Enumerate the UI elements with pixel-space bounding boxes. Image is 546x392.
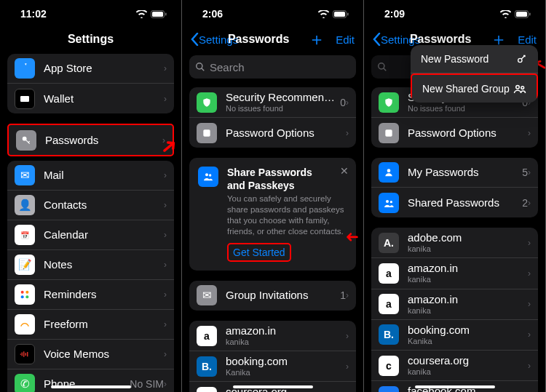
edit-button[interactable]: Edit [336, 33, 355, 46]
search-placeholder: Search [210, 61, 245, 73]
row-phone[interactable]: ✆ Phone No SIM › [7, 369, 174, 392]
wifi-icon [318, 10, 329, 18]
row-shared-passwords[interactable]: Shared Passwords 2 › [371, 188, 538, 217]
menu-label: New Password [421, 53, 488, 65]
row-mail[interactable]: ✉︎ Mail › [7, 161, 174, 191]
status-time: 11:02 [20, 8, 47, 20]
site-icon: a [197, 326, 217, 346]
row-label: Notes [44, 258, 164, 271]
site-icon: c [197, 387, 217, 392]
row-contacts[interactable]: 👤 Contacts › [7, 191, 174, 220]
people-icon [198, 167, 218, 187]
menu-new-password[interactable]: New Password [411, 45, 538, 73]
row-password-options[interactable]: Password Options › [189, 118, 356, 148]
menu-new-shared-group[interactable]: New Shared Group [411, 73, 538, 103]
options-icon [197, 123, 217, 143]
row-security-recs[interactable]: Security Recommendations No issues found… [189, 87, 356, 118]
chevron-icon: › [528, 361, 531, 371]
red-arrow: ➜ [346, 228, 359, 247]
search-icon [195, 62, 205, 72]
voicememos-icon [15, 344, 35, 364]
svg-rect-20 [529, 12, 531, 15]
wallet-icon [15, 89, 35, 109]
svg-point-16 [205, 174, 208, 177]
svg-rect-2 [165, 12, 167, 15]
row-wallet[interactable]: Wallet › [7, 84, 174, 113]
notes-icon: 📝 [15, 255, 35, 275]
row-label: Passwords [45, 134, 162, 147]
row-calendar[interactable]: 📅 Calendar › [7, 220, 174, 250]
row-password-options[interactable]: Password Options › [371, 118, 538, 148]
chevron-icon: › [528, 268, 531, 279]
search-icon [377, 62, 387, 72]
row-group-invitations[interactable]: ✉︎ Group Invitations 1 › [189, 281, 356, 311]
row-label: Phone [44, 377, 125, 391]
row-sublabel: No issues found [408, 104, 518, 113]
site-domain: amazon.in [226, 324, 346, 337]
chevron-icon: › [164, 230, 167, 240]
account-row[interactable]: a amazon.in kanika › [371, 289, 538, 320]
home-indicator[interactable] [51, 385, 131, 388]
site-user: kanika [408, 367, 528, 377]
row-count: 5 [522, 167, 528, 178]
site-domain: amazon.in [408, 262, 528, 275]
edit-button[interactable]: Edit [518, 33, 537, 46]
row-passwords[interactable]: Passwords › [9, 125, 173, 155]
contacts-icon: 👤 [15, 195, 35, 215]
row-app-store[interactable]: App Store › [7, 54, 174, 84]
row-freeform[interactable]: Freeform › [7, 310, 174, 340]
status-bar: 2:09 [364, 0, 545, 28]
svg-rect-12 [334, 12, 345, 17]
svg-point-5 [21, 291, 24, 294]
row-trail: No SIM [130, 378, 164, 390]
site-user: kanika [226, 337, 346, 347]
svg-rect-15 [203, 129, 210, 136]
site-icon: c [379, 356, 399, 376]
row-my-passwords[interactable]: My Passwords 5 › [371, 158, 538, 188]
row-label: Reminders [44, 288, 164, 301]
status-bar: 11:02 [0, 0, 181, 28]
svg-point-17 [209, 175, 211, 177]
row-count: 1 [340, 289, 346, 301]
get-started-link[interactable]: Get Started [227, 243, 291, 262]
nav-bar: Settings Passwords ＋ Edit [182, 28, 363, 51]
site-icon: B. [379, 324, 399, 345]
promo-desc: You can safely and securely share passwo… [227, 193, 347, 237]
chevron-icon: › [528, 198, 531, 208]
row-label: Security Recommendations [226, 91, 336, 104]
chevron-icon: › [164, 200, 167, 210]
chevron-left-icon [191, 33, 199, 46]
home-indicator[interactable] [415, 385, 495, 388]
nav-title: Passwords [209, 33, 308, 46]
account-row[interactable]: B. booking.com Kanika › [371, 320, 538, 351]
row-voice-memos[interactable]: Voice Memos › [7, 340, 174, 369]
chevron-icon: › [164, 94, 167, 104]
shield-check-icon [379, 92, 399, 113]
account-row[interactable]: a amazon.in kanika › [371, 258, 538, 289]
account-row[interactable]: a amazon.in kanika › [189, 321, 356, 351]
wifi-icon [500, 10, 511, 18]
svg-point-22 [518, 58, 522, 62]
row-label: Mail [44, 169, 164, 182]
home-indicator[interactable] [233, 385, 313, 388]
row-notes[interactable]: 📝 Notes › [7, 250, 174, 280]
svg-point-8 [25, 295, 28, 298]
account-row[interactable]: A. adobe.com kanika › [371, 228, 538, 258]
search-input[interactable]: Search [189, 55, 356, 79]
row-reminders[interactable]: Reminders › [7, 280, 174, 310]
envelope-icon: ✉︎ [197, 285, 217, 305]
passwords-highlight: Passwords › [7, 124, 174, 156]
site-icon: A. [379, 233, 399, 253]
add-menu: New Password New Shared Group [411, 45, 538, 103]
site-icon: a [379, 263, 399, 284]
add-button[interactable]: ＋ [308, 31, 325, 48]
account-row[interactable]: B. booking.com Kanika › [189, 351, 356, 382]
appstore-icon [15, 58, 35, 79]
account-row[interactable]: c coursera.org kanika › [371, 351, 538, 381]
svg-rect-25 [385, 129, 392, 136]
status-bar: 2:06 [182, 0, 363, 28]
chevron-icon: › [528, 299, 531, 309]
row-label: Calendar [44, 228, 164, 241]
chevron-icon: › [164, 379, 167, 389]
close-button[interactable]: ✕ [340, 165, 349, 177]
